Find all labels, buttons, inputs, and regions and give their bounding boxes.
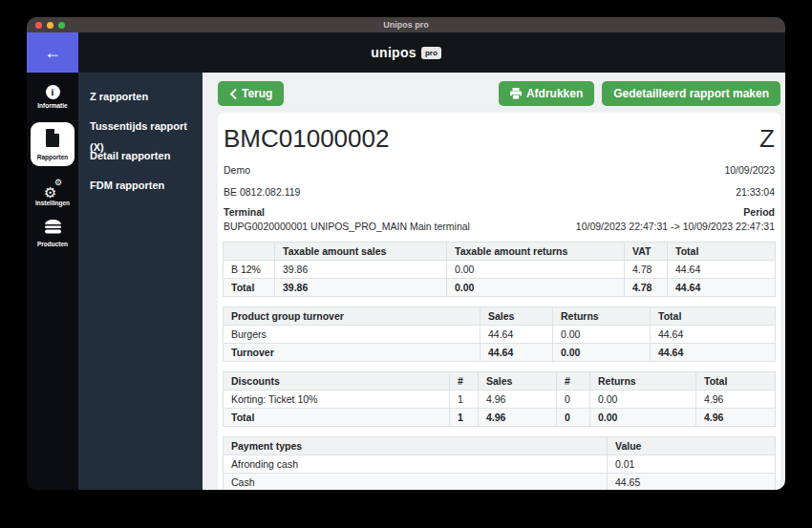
table-header-row: Taxable amount salesTaxable amount retur… [224, 243, 776, 261]
table-cell: 4.78 [625, 261, 668, 279]
app-logo: unipos pro [27, 32, 785, 73]
table-cell: Afronding cash [224, 455, 608, 474]
product-group-table: Product group turnoverSalesReturnsTotalB… [223, 306, 776, 362]
column-header: Value [608, 437, 776, 455]
menu-item-tussentijds-rapport[interactable]: Tussentijds rapport (X) [78, 116, 203, 145]
terminal-value: BUPG0020000001 UNIPOS_PRO_MAIN Main term… [224, 221, 470, 232]
sidebar-item-instellingen[interactable]: ⚙ ⚙ Instellingen [30, 181, 75, 206]
table-cell: 4.96 [696, 409, 776, 427]
table-cell: Total [224, 409, 450, 427]
table-cell: 4.96 [696, 391, 776, 409]
column-header: # [557, 372, 590, 391]
report-time: 21:33:04 [736, 186, 775, 198]
content-area: Terug Afdrukken Ge [203, 73, 785, 490]
report-title: BMC01000002 [224, 124, 389, 154]
icon-sidebar: i Informatie Rapporten ⚙ ⚙ Instellingen [27, 73, 78, 490]
table-cell: 1 [450, 409, 479, 427]
table-row: Burgers44.640.0044.64 [224, 326, 776, 344]
table-row: B 12%39.860.004.7844.64 [224, 261, 776, 279]
table-row: Afronding cash0.01 [224, 455, 776, 474]
sidebar-item-label: Rapporten [37, 154, 69, 160]
report-card: BMC01000002 Z Demo 10/09/2023 BE 0812.08… [218, 113, 780, 490]
column-header: Taxable amount returns [447, 243, 625, 261]
app-window: Unipos pro ← unipos pro i Informatie Rap… [27, 17, 785, 490]
afdrukken-button-label: Afdrukken [526, 87, 583, 100]
table-cell: 44.64 [481, 344, 553, 362]
table-cell: 44.64 [651, 326, 776, 344]
menu-item-z-rapporten[interactable]: Z rapporten [78, 86, 203, 116]
vat-number: BE 0812.082.119 [224, 186, 300, 198]
logo-pro-badge: pro [421, 47, 441, 59]
discounts-table: Discounts#Sales#ReturnsTotalKorting: Tic… [223, 371, 776, 427]
terug-button[interactable]: Terug [218, 81, 284, 106]
terminal-label: Terminal [224, 206, 265, 218]
table-header-row: Payment typesValue [224, 437, 776, 455]
report-table: Discounts#Sales#ReturnsTotalKorting: Tic… [223, 371, 776, 427]
table-cell: 0.00 [553, 326, 651, 344]
report-type-badge: Z [759, 124, 775, 154]
table-cell: 44.64 [481, 326, 553, 344]
column-header: VAT [625, 243, 668, 261]
table-cell: 0.00 [447, 279, 625, 297]
app-header: ← unipos pro [27, 32, 785, 73]
sidebar-item-rapporten[interactable]: Rapporten [31, 122, 75, 166]
column-header: Sales [481, 307, 553, 326]
table-row: Total14.9600.004.96 [224, 409, 776, 427]
table-cell: 0 [557, 391, 590, 409]
table-cell: 0.00 [590, 391, 696, 409]
company-name: Demo [224, 164, 250, 176]
table-row: Turnover44.640.0044.64 [224, 344, 776, 362]
table-header-row: Product group turnoverSalesReturnsTotal [224, 307, 776, 326]
table-cell: 0 [557, 409, 590, 427]
table-row: Korting: Ticket 10%14.9600.004.96 [224, 391, 776, 409]
column-header: Taxable amount sales [275, 243, 447, 261]
menu-item-fdm-rapporten[interactable]: FDM rapporten [78, 175, 203, 204]
menu-item-detail-rapporten[interactable]: Detail rapporten [78, 145, 203, 175]
table-header-row: Discounts#Sales#ReturnsTotal [224, 372, 776, 391]
report-table: Product group turnoverSalesReturnsTotalB… [223, 306, 776, 362]
column-header: Discounts [224, 372, 450, 391]
column-header: Total [696, 372, 776, 391]
main-area: i Informatie Rapporten ⚙ ⚙ Instellingen [27, 73, 785, 490]
gedetailleerd-rapport-button[interactable]: Gedetailleerd rapport maken [602, 81, 780, 106]
afdrukken-button[interactable]: Afdrukken [499, 81, 594, 106]
table-cell: 4.78 [625, 279, 668, 297]
table-row: Total39.860.004.7844.64 [224, 279, 776, 297]
burger-icon [45, 220, 61, 238]
table-cell: 44.64 [668, 261, 776, 279]
column-header: Returns [553, 307, 651, 326]
sidebar-item-label: Producten [37, 241, 68, 247]
table-cell: 0.01 [608, 455, 776, 474]
table-cell: 4.96 [479, 409, 557, 427]
titlebar: Unipos pro [27, 17, 785, 32]
column-header: Product group turnover [224, 307, 481, 326]
document-icon [46, 129, 60, 151]
table-cell: Korting: Ticket 10% [224, 391, 450, 409]
table-cell: 44.64 [668, 279, 776, 297]
table-cell: 39.86 [275, 279, 447, 297]
table-cell: 0.00 [590, 409, 696, 427]
terug-button-label: Terug [242, 87, 272, 100]
chevron-left-icon [229, 89, 237, 99]
report-date: 10/09/2023 [724, 164, 775, 176]
column-header [224, 243, 275, 261]
logo-text: unipos [371, 45, 417, 60]
table-cell: Turnover [224, 344, 481, 362]
sidebar-item-label: Informatie [37, 102, 67, 109]
toolbar: Terug Afdrukken Ge [218, 81, 780, 106]
printer-icon [510, 88, 522, 99]
column-header: Sales [479, 372, 557, 391]
column-header: Total [668, 243, 776, 261]
period-label: Period [743, 206, 775, 218]
column-header: # [450, 372, 479, 391]
table-cell: 0.00 [447, 261, 625, 279]
sidebar-item-informatie[interactable]: i Informatie [30, 85, 75, 109]
table-cell: 44.65 [608, 474, 776, 491]
menu-sidebar: Z rapporten Tussentijds rapport (X) Deta… [78, 73, 203, 490]
table-row: Cash44.65 [224, 474, 776, 491]
window-title: Unipos pro [27, 17, 785, 32]
column-header: Returns [590, 372, 696, 391]
report-table: Payment typesValueAfronding cash0.01Cash… [223, 436, 776, 490]
sidebar-item-producten[interactable]: Producten [30, 220, 75, 247]
info-icon: i [46, 85, 60, 99]
